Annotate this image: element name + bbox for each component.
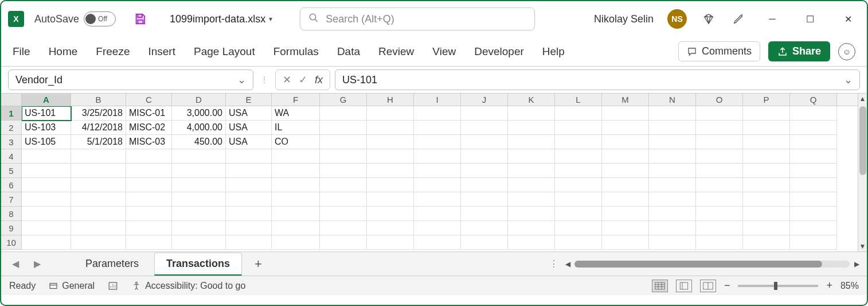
col-header-B[interactable]: B	[71, 94, 126, 106]
cell-B10[interactable]	[71, 235, 126, 250]
cell-C7[interactable]	[126, 192, 172, 207]
cell-K1[interactable]	[508, 106, 555, 121]
cell-E3[interactable]: USA	[226, 135, 272, 149]
formula-input[interactable]: US-101 ⌄	[335, 69, 860, 90]
zoom-knob[interactable]	[774, 282, 777, 290]
cell-J7[interactable]	[461, 192, 508, 207]
col-header-M[interactable]: M	[602, 94, 649, 106]
cell-J8[interactable]	[461, 207, 508, 221]
cell-A9[interactable]	[22, 221, 71, 235]
cell-G10[interactable]	[320, 235, 367, 250]
cell-E6[interactable]	[226, 178, 272, 192]
cell-F5[interactable]	[272, 164, 320, 178]
cell-P7[interactable]	[743, 192, 790, 207]
cell-C9[interactable]	[126, 221, 172, 235]
col-header-K[interactable]: K	[508, 94, 555, 106]
row-header-10[interactable]: 10	[1, 235, 22, 250]
cell-E2[interactable]: USA	[226, 121, 272, 135]
cell-E5[interactable]	[226, 164, 272, 178]
prev-sheet-button[interactable]: ◀	[7, 258, 24, 269]
col-header-C[interactable]: C	[126, 94, 172, 106]
stats-icon[interactable]	[107, 281, 119, 291]
cell-Q9[interactable]	[790, 221, 837, 235]
cell-I7[interactable]	[414, 192, 461, 207]
maximize-button[interactable]: ☐	[798, 14, 822, 25]
hscroll-thumb[interactable]	[574, 261, 822, 268]
cell-D4[interactable]	[172, 149, 226, 164]
cell-O10[interactable]	[696, 235, 743, 250]
cell-A5[interactable]	[22, 164, 71, 178]
normal-view-button[interactable]	[652, 280, 668, 292]
cell-H8[interactable]	[367, 207, 414, 221]
cell-N6[interactable]	[649, 178, 696, 192]
cell-E7[interactable]	[226, 192, 272, 207]
cell-K4[interactable]	[508, 149, 555, 164]
pen-icon[interactable]	[730, 11, 746, 27]
zoom-slider[interactable]	[738, 285, 818, 287]
cell-L9[interactable]	[555, 221, 602, 235]
ribbon-tab-page-layout[interactable]: Page Layout	[194, 45, 255, 58]
cell-H7[interactable]	[367, 192, 414, 207]
cell-N4[interactable]	[649, 149, 696, 164]
cell-A1[interactable]: US-101	[22, 106, 71, 121]
cell-H9[interactable]	[367, 221, 414, 235]
cell-E9[interactable]	[226, 221, 272, 235]
cell-C5[interactable]	[126, 164, 172, 178]
col-header-J[interactable]: J	[461, 94, 508, 106]
cell-O6[interactable]	[696, 178, 743, 192]
cell-L7[interactable]	[555, 192, 602, 207]
share-button[interactable]: Share	[768, 41, 830, 61]
cell-Q4[interactable]	[790, 149, 837, 164]
cell-Q6[interactable]	[790, 178, 837, 192]
select-all-corner[interactable]	[1, 94, 22, 106]
col-header-L[interactable]: L	[555, 94, 602, 106]
cell-L2[interactable]	[555, 121, 602, 135]
cell-N1[interactable]	[649, 106, 696, 121]
cell-D10[interactable]	[172, 235, 226, 250]
cell-H5[interactable]	[367, 164, 414, 178]
cell-M7[interactable]	[602, 192, 649, 207]
fx-icon[interactable]: fx	[311, 74, 326, 86]
cell-A7[interactable]	[22, 192, 71, 207]
cell-J5[interactable]	[461, 164, 508, 178]
row-header-1[interactable]: 1	[1, 106, 22, 121]
cell-B1[interactable]: 3/25/2018	[71, 106, 126, 121]
accessibility-status[interactable]: Accessibility: Good to go	[131, 281, 245, 291]
cell-E1[interactable]: USA	[226, 106, 272, 121]
cell-L10[interactable]	[555, 235, 602, 250]
cell-C2[interactable]: MISC-02	[126, 121, 172, 135]
cell-O4[interactable]	[696, 149, 743, 164]
cell-O3[interactable]	[696, 135, 743, 149]
cell-M9[interactable]	[602, 221, 649, 235]
filename-dropdown[interactable]: 1099import-data.xlsx ▾	[170, 13, 272, 25]
cell-Q2[interactable]	[790, 121, 837, 135]
cell-G9[interactable]	[320, 221, 367, 235]
cell-D6[interactable]	[172, 178, 226, 192]
cell-C6[interactable]	[126, 178, 172, 192]
cell-J1[interactable]	[461, 106, 508, 121]
cell-D3[interactable]: 450.00	[172, 135, 226, 149]
cell-E8[interactable]	[226, 207, 272, 221]
col-header-I[interactable]: I	[414, 94, 461, 106]
cell-G7[interactable]	[320, 192, 367, 207]
col-header-O[interactable]: O	[696, 94, 743, 106]
cell-J2[interactable]	[461, 121, 508, 135]
cell-P1[interactable]	[743, 106, 790, 121]
cell-J4[interactable]	[461, 149, 508, 164]
cell-I6[interactable]	[414, 178, 461, 192]
cell-C4[interactable]	[126, 149, 172, 164]
cell-Q8[interactable]	[790, 207, 837, 221]
cell-C10[interactable]	[126, 235, 172, 250]
cell-G4[interactable]	[320, 149, 367, 164]
autosave-switch[interactable]: Off	[84, 11, 116, 26]
ribbon-tab-freeze[interactable]: Freeze	[96, 45, 130, 58]
scroll-down-icon[interactable]: ▼	[858, 241, 867, 251]
zoom-in-button[interactable]: +	[826, 280, 832, 292]
sheet-tab-transactions[interactable]: Transactions	[154, 253, 242, 276]
cell-F1[interactable]: WA	[272, 106, 320, 121]
cell-B5[interactable]	[71, 164, 126, 178]
cell-O1[interactable]	[696, 106, 743, 121]
cell-J6[interactable]	[461, 178, 508, 192]
cell-F2[interactable]: IL	[272, 121, 320, 135]
cell-D1[interactable]: 3,000.00	[172, 106, 226, 121]
